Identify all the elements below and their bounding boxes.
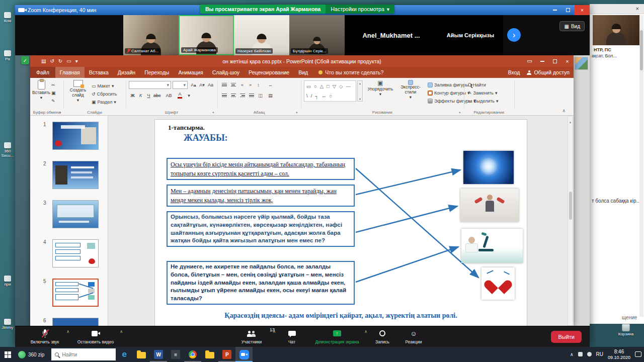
view-options-button[interactable]: Настройки просмотра ▾ [326,5,394,14]
participant-tile[interactable]: Салтанат Аб... [123,15,179,55]
taskbar-icon-powerpoint[interactable]: P [218,347,235,362]
select-button[interactable]: ▭Выделить▾ [468,97,499,105]
increase-indent-button[interactable]: » [247,81,254,88]
shapes-gallery[interactable]: ▭○△□▽◇ —\/┐↔○ [304,80,356,102]
tell-me-box[interactable]: Что вы хотите сделать? [318,67,383,78]
taskbar-icon-explorer[interactable] [133,347,150,362]
leave-meeting-button[interactable]: Выйти [551,331,582,343]
slide-scrollbar[interactable]: ▴ [568,116,573,326]
tab-review[interactable]: Рецензирование [244,67,294,78]
close-button[interactable]: × [575,5,590,15]
new-slide-button[interactable]: Создать слайд ▾ [66,80,90,103]
tab-view[interactable]: Вид [294,67,312,78]
participants-button[interactable]: 13 ∧ Участники [234,328,269,344]
participant-tile[interactable]: Назерке Бейілхан [234,15,289,55]
cut-button[interactable]: ✂ [51,81,55,88]
recycle-bin-icon[interactable]: Корзина [615,324,637,337]
background-scrollbar[interactable] [639,15,643,317]
restore-button[interactable] [548,55,561,67]
slide-thumbnail-4[interactable] [52,239,99,267]
microscope-lab-image[interactable] [461,229,523,263]
maximize-button[interactable] [561,5,575,15]
italic-button[interactable]: К [137,92,144,99]
mic-options-chevron-icon[interactable]: ∧ [66,329,69,334]
tab-transitions[interactable]: Переходы [140,67,174,78]
undo-icon[interactable]: ↺ [50,58,54,64]
desktop-icon-jimmy[interactable]: Jimmy [0,319,15,330]
participant-tile-no-video[interactable]: Айым Серікқызы [438,15,503,55]
tab-file[interactable]: Файл [30,67,55,78]
taskbar-icon-zoom[interactable] [235,347,253,362]
line-spacing-button[interactable]: ↕ [255,81,262,88]
grow-font-button[interactable]: А▴ [190,81,197,88]
taskbar-icon-folder[interactable] [201,347,218,362]
shape-outline-button[interactable]: Контур фигуры▾ [428,89,469,97]
align-center-button[interactable] [229,92,237,99]
participant-tile-active-speaker[interactable]: Арай Жарманова [179,15,234,55]
view-button[interactable]: ▦ Вид [559,21,585,31]
brain-image[interactable] [463,151,514,184]
tab-insert[interactable]: Вставка [85,67,113,78]
reactions-button[interactable]: ☺ Реакции [399,328,428,344]
ribbon-display-options-icon[interactable]: ▭ [523,55,536,67]
tab-home[interactable]: Главная [55,67,85,78]
search-input[interactable] [62,351,106,357]
bold-button[interactable]: Ж [129,92,136,99]
tab-animations[interactable]: Анимация [174,67,207,78]
sign-in-button[interactable]: Вход [508,69,520,75]
save-icon[interactable]: ▤ [41,58,46,64]
minimize-button[interactable] [536,55,548,67]
shape-fill-button[interactable]: Заливка фигуры▾ [428,81,472,88]
start-button[interactable] [0,347,15,362]
section-button[interactable]: ▣Раздел▾ [92,98,116,106]
paste-button[interactable]: Вставить ▾ [33,80,50,101]
justify-button[interactable] [248,92,255,99]
video-options-chevron-icon[interactable]: ∧ [120,329,123,334]
start-slideshow-icon[interactable]: ▭ [66,58,71,64]
change-case-button[interactable]: Аа [207,81,214,88]
slide-thumbnail-3[interactable] [52,200,99,228]
redo-icon[interactable]: ↻ [58,58,62,64]
numbering-button[interactable] [229,81,237,88]
quick-styles-button[interactable]: Экспресс-стили ▾ [395,80,426,100]
slide-canvas[interactable]: 1-тапсырма. ЖАУАБЫ: Осы үшеуін бір кісід… [154,119,527,326]
text-direction-button[interactable]: ↔ [267,81,274,88]
strikethrough-button[interactable]: abc [153,92,162,99]
participant-tile[interactable]: Бүлдіршін Серік... [289,15,345,55]
tab-slideshow[interactable]: Слайд-шоу [208,67,244,78]
taskbar-clock[interactable]: 8:46 09.10.2020 [608,349,630,360]
answer-box-4[interactable]: Не дүниеге, не ахиретке не пайдалы болса… [167,261,355,305]
tray-icon[interactable] [578,352,583,356]
align-right-button[interactable] [238,92,246,99]
arrange-button[interactable]: ▣ Упорядочить ▾ [366,80,394,97]
collapse-ribbon-icon[interactable]: ∧ [562,108,566,113]
character-spacing-button[interactable]: АВ [165,92,173,99]
powerpoint-titlebar[interactable]: ▤ ↺ ↻ ▭ ▾ он жетінші қара сөз.pptx - Pow… [30,55,574,67]
close-button[interactable]: × [561,55,574,67]
desktop-icon-ra[interactable]: Ра [0,50,15,62]
background-close-icon[interactable]: × [636,6,639,12]
reset-button[interactable]: ↺Сбросить [92,90,117,98]
find-button[interactable]: Найти [468,81,486,88]
desktop-icon-360security[interactable]: 360 Secu... [0,142,15,158]
replace-button[interactable]: ✎Заменить▾ [468,89,498,97]
answer-box-2[interactable]: Мен – адамның денесінің патшасымын, қан … [167,185,355,207]
font-name-box[interactable]: ▾ [129,81,171,89]
align-left-button[interactable] [220,92,228,99]
tray-icon[interactable] [587,352,592,356]
shapes-scrollbar[interactable]: ▴▾ [357,80,363,102]
taskbar-icon-word[interactable]: W [150,347,167,362]
font-color-dropdown-icon[interactable]: ▾ [185,92,193,99]
layout-button[interactable]: ▭Макет▾ [92,82,114,89]
taskbar-search-box[interactable] [51,348,116,360]
next-participants-button[interactable]: › [507,28,521,42]
share-options-chevron-icon[interactable]: ∧ [364,329,367,334]
font-color-button[interactable]: А [176,92,184,99]
heart-image[interactable] [481,267,515,300]
customize-qat-icon[interactable]: ▾ [75,58,78,64]
stop-video-button[interactable]: ∧ Остановить видео [71,328,120,344]
share-button[interactable]: Общий доступ [527,69,570,75]
slide-thumbnail-2[interactable] [52,161,99,189]
share-screen-button[interactable]: ↑ ∧ Демонстрация экрана [310,328,364,344]
taskbar-icon-edge[interactable]: e [116,347,133,362]
